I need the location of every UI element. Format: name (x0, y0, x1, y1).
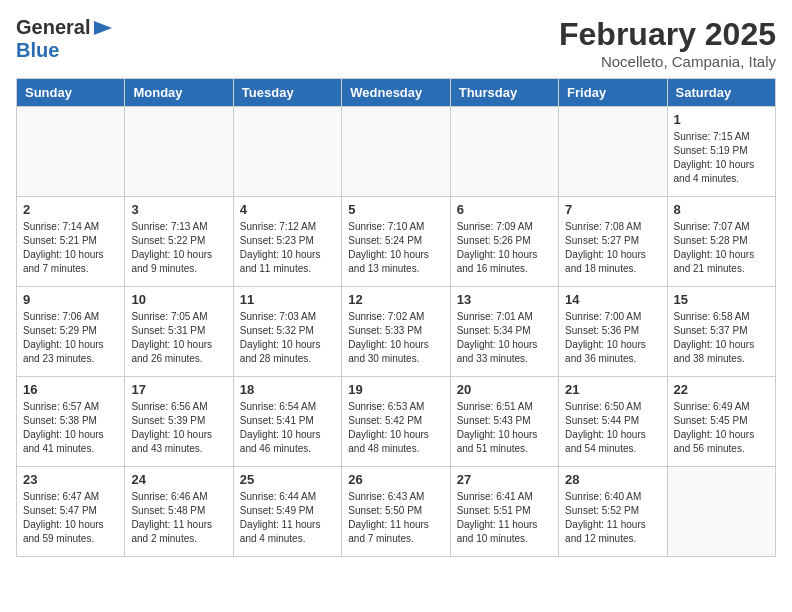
day-info: Sunrise: 6:40 AM Sunset: 5:52 PM Dayligh… (565, 490, 660, 546)
day-info: Sunrise: 7:02 AM Sunset: 5:33 PM Dayligh… (348, 310, 443, 366)
day-info: Sunrise: 6:50 AM Sunset: 5:44 PM Dayligh… (565, 400, 660, 456)
day-info: Sunrise: 6:47 AM Sunset: 5:47 PM Dayligh… (23, 490, 118, 546)
week-row-3: 9Sunrise: 7:06 AM Sunset: 5:29 PM Daylig… (17, 287, 776, 377)
day-info: Sunrise: 6:41 AM Sunset: 5:51 PM Dayligh… (457, 490, 552, 546)
weekday-header-monday: Monday (125, 79, 233, 107)
day-cell: 1Sunrise: 7:15 AM Sunset: 5:19 PM Daylig… (667, 107, 775, 197)
day-info: Sunrise: 7:07 AM Sunset: 5:28 PM Dayligh… (674, 220, 769, 276)
day-number: 12 (348, 292, 443, 307)
day-info: Sunrise: 7:14 AM Sunset: 5:21 PM Dayligh… (23, 220, 118, 276)
day-info: Sunrise: 7:08 AM Sunset: 5:27 PM Dayligh… (565, 220, 660, 276)
day-cell: 5Sunrise: 7:10 AM Sunset: 5:24 PM Daylig… (342, 197, 450, 287)
day-info: Sunrise: 7:05 AM Sunset: 5:31 PM Dayligh… (131, 310, 226, 366)
day-number: 22 (674, 382, 769, 397)
day-number: 19 (348, 382, 443, 397)
week-row-2: 2Sunrise: 7:14 AM Sunset: 5:21 PM Daylig… (17, 197, 776, 287)
week-row-4: 16Sunrise: 6:57 AM Sunset: 5:38 PM Dayli… (17, 377, 776, 467)
day-info: Sunrise: 7:09 AM Sunset: 5:26 PM Dayligh… (457, 220, 552, 276)
day-info: Sunrise: 7:00 AM Sunset: 5:36 PM Dayligh… (565, 310, 660, 366)
day-cell: 12Sunrise: 7:02 AM Sunset: 5:33 PM Dayli… (342, 287, 450, 377)
day-info: Sunrise: 7:13 AM Sunset: 5:22 PM Dayligh… (131, 220, 226, 276)
day-cell: 21Sunrise: 6:50 AM Sunset: 5:44 PM Dayli… (559, 377, 667, 467)
weekday-header-sunday: Sunday (17, 79, 125, 107)
day-number: 21 (565, 382, 660, 397)
week-row-1: 1Sunrise: 7:15 AM Sunset: 5:19 PM Daylig… (17, 107, 776, 197)
day-info: Sunrise: 6:51 AM Sunset: 5:43 PM Dayligh… (457, 400, 552, 456)
day-info: Sunrise: 7:06 AM Sunset: 5:29 PM Dayligh… (23, 310, 118, 366)
day-number: 3 (131, 202, 226, 217)
day-number: 28 (565, 472, 660, 487)
day-cell (342, 107, 450, 197)
day-cell: 14Sunrise: 7:00 AM Sunset: 5:36 PM Dayli… (559, 287, 667, 377)
day-info: Sunrise: 6:54 AM Sunset: 5:41 PM Dayligh… (240, 400, 335, 456)
day-number: 16 (23, 382, 118, 397)
day-cell (17, 107, 125, 197)
day-cell: 27Sunrise: 6:41 AM Sunset: 5:51 PM Dayli… (450, 467, 558, 557)
day-cell: 4Sunrise: 7:12 AM Sunset: 5:23 PM Daylig… (233, 197, 341, 287)
day-number: 11 (240, 292, 335, 307)
day-cell: 15Sunrise: 6:58 AM Sunset: 5:37 PM Dayli… (667, 287, 775, 377)
month-title: February 2025 (559, 16, 776, 53)
day-info: Sunrise: 6:53 AM Sunset: 5:42 PM Dayligh… (348, 400, 443, 456)
day-cell: 10Sunrise: 7:05 AM Sunset: 5:31 PM Dayli… (125, 287, 233, 377)
day-info: Sunrise: 6:44 AM Sunset: 5:49 PM Dayligh… (240, 490, 335, 546)
day-cell: 23Sunrise: 6:47 AM Sunset: 5:47 PM Dayli… (17, 467, 125, 557)
day-cell: 20Sunrise: 6:51 AM Sunset: 5:43 PM Dayli… (450, 377, 558, 467)
day-cell: 19Sunrise: 6:53 AM Sunset: 5:42 PM Dayli… (342, 377, 450, 467)
weekday-header-friday: Friday (559, 79, 667, 107)
weekday-header-tuesday: Tuesday (233, 79, 341, 107)
weekday-header-wednesday: Wednesday (342, 79, 450, 107)
header: General Blue February 2025 Nocelleto, Ca… (16, 16, 776, 70)
day-cell (559, 107, 667, 197)
day-cell (125, 107, 233, 197)
day-number: 1 (674, 112, 769, 127)
day-cell: 2Sunrise: 7:14 AM Sunset: 5:21 PM Daylig… (17, 197, 125, 287)
weekday-header-thursday: Thursday (450, 79, 558, 107)
week-row-5: 23Sunrise: 6:47 AM Sunset: 5:47 PM Dayli… (17, 467, 776, 557)
day-cell: 22Sunrise: 6:49 AM Sunset: 5:45 PM Dayli… (667, 377, 775, 467)
day-number: 5 (348, 202, 443, 217)
day-number: 26 (348, 472, 443, 487)
day-info: Sunrise: 6:49 AM Sunset: 5:45 PM Dayligh… (674, 400, 769, 456)
day-number: 25 (240, 472, 335, 487)
day-cell: 13Sunrise: 7:01 AM Sunset: 5:34 PM Dayli… (450, 287, 558, 377)
day-number: 23 (23, 472, 118, 487)
weekday-header-saturday: Saturday (667, 79, 775, 107)
day-info: Sunrise: 7:12 AM Sunset: 5:23 PM Dayligh… (240, 220, 335, 276)
location: Nocelleto, Campania, Italy (559, 53, 776, 70)
day-cell: 16Sunrise: 6:57 AM Sunset: 5:38 PM Dayli… (17, 377, 125, 467)
day-number: 14 (565, 292, 660, 307)
day-cell: 3Sunrise: 7:13 AM Sunset: 5:22 PM Daylig… (125, 197, 233, 287)
svg-marker-0 (94, 21, 112, 35)
logo: General Blue (16, 16, 114, 62)
day-cell: 8Sunrise: 7:07 AM Sunset: 5:28 PM Daylig… (667, 197, 775, 287)
day-number: 15 (674, 292, 769, 307)
calendar-table: SundayMondayTuesdayWednesdayThursdayFrid… (16, 78, 776, 557)
day-cell: 28Sunrise: 6:40 AM Sunset: 5:52 PM Dayli… (559, 467, 667, 557)
day-cell: 17Sunrise: 6:56 AM Sunset: 5:39 PM Dayli… (125, 377, 233, 467)
day-number: 6 (457, 202, 552, 217)
day-info: Sunrise: 6:43 AM Sunset: 5:50 PM Dayligh… (348, 490, 443, 546)
day-cell: 26Sunrise: 6:43 AM Sunset: 5:50 PM Dayli… (342, 467, 450, 557)
day-info: Sunrise: 6:57 AM Sunset: 5:38 PM Dayligh… (23, 400, 118, 456)
day-info: Sunrise: 7:10 AM Sunset: 5:24 PM Dayligh… (348, 220, 443, 276)
day-number: 8 (674, 202, 769, 217)
day-number: 10 (131, 292, 226, 307)
day-number: 27 (457, 472, 552, 487)
day-cell: 9Sunrise: 7:06 AM Sunset: 5:29 PM Daylig… (17, 287, 125, 377)
day-info: Sunrise: 7:15 AM Sunset: 5:19 PM Dayligh… (674, 130, 769, 186)
day-cell: 6Sunrise: 7:09 AM Sunset: 5:26 PM Daylig… (450, 197, 558, 287)
day-cell: 18Sunrise: 6:54 AM Sunset: 5:41 PM Dayli… (233, 377, 341, 467)
day-cell: 24Sunrise: 6:46 AM Sunset: 5:48 PM Dayli… (125, 467, 233, 557)
day-cell (450, 107, 558, 197)
day-number: 18 (240, 382, 335, 397)
title-area: February 2025 Nocelleto, Campania, Italy (559, 16, 776, 70)
day-number: 2 (23, 202, 118, 217)
day-info: Sunrise: 7:03 AM Sunset: 5:32 PM Dayligh… (240, 310, 335, 366)
logo-general-text: General (16, 16, 90, 39)
weekday-header-row: SundayMondayTuesdayWednesdayThursdayFrid… (17, 79, 776, 107)
day-info: Sunrise: 6:56 AM Sunset: 5:39 PM Dayligh… (131, 400, 226, 456)
day-number: 13 (457, 292, 552, 307)
day-cell: 11Sunrise: 7:03 AM Sunset: 5:32 PM Dayli… (233, 287, 341, 377)
logo-blue-text: Blue (16, 39, 59, 62)
